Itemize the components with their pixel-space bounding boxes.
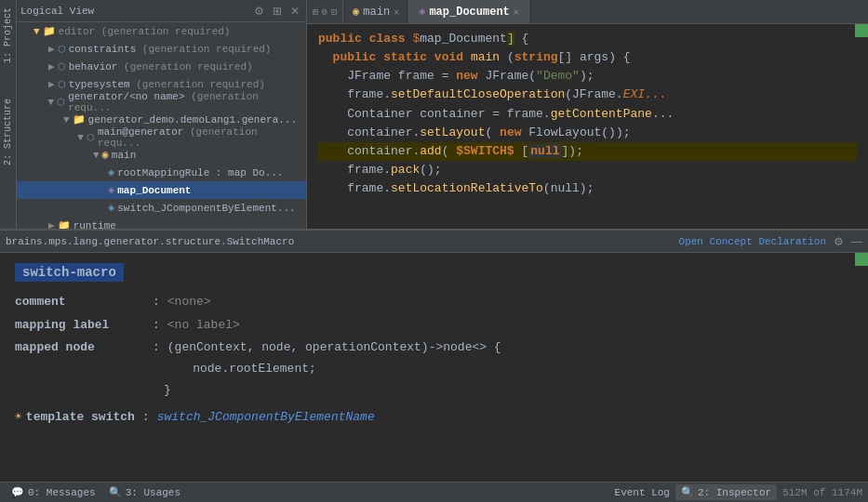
usages-tab[interactable]: 🔍 3: Usages	[103, 484, 186, 500]
main-icon: ◉	[102, 148, 109, 162]
tree-item[interactable]: ▶ ⬡ constraints (generation required)	[17, 40, 306, 58]
typesystem-icon: ⬡	[58, 79, 66, 90]
tab-main-label: main	[363, 6, 390, 19]
tree-label: main	[112, 150, 136, 161]
tree-label: main@generator (generation requ...	[98, 126, 304, 149]
tab-main-icon: ◉	[353, 5, 359, 19]
green-indicator	[855, 24, 868, 37]
tree-item[interactable]: ▼ ◉ main	[17, 146, 306, 164]
code-editor[interactable]: public class $map_Document] { public sta…	[307, 24, 868, 229]
tree-label: generator_demo.demoLang1.genera...	[88, 114, 297, 126]
template-key: template switch	[26, 408, 135, 428]
tree-item-selected[interactable]: ◈ map_Document	[17, 181, 306, 199]
tree-item[interactable]: ▼ ⬡ generator/<no name> (generation requ…	[17, 93, 306, 111]
tab-map-close[interactable]: ✕	[514, 7, 519, 18]
code-text: public static void main (string[] args) …	[318, 48, 631, 67]
code-inner-text1: node.rootElement;	[164, 362, 316, 376]
arrow-icon: ▶	[48, 219, 55, 229]
tree-label: behavior (generation required)	[69, 61, 253, 73]
tab-map-icon: ◈	[419, 5, 425, 19]
event-log-btn[interactable]: Event Log	[615, 487, 670, 498]
tree-label-selected: map_Document	[117, 185, 191, 196]
tree-item[interactable]: ▼ ⬡ main@generator (generation requ...	[17, 128, 306, 146]
settings-icon[interactable]: ⚙	[251, 4, 267, 19]
project-vtab[interactable]: 1: Project	[2, 4, 14, 67]
tree-item[interactable]: ▶ 📁 runtime	[17, 217, 306, 229]
template-value[interactable]: switch_JComponentByElementName	[157, 408, 375, 428]
code-text: public class $map_Document] {	[318, 30, 528, 48]
inspector-tab[interactable]: 🔍 2: Inspector	[675, 484, 777, 500]
tab-bar: ⊞ ⚙ ⊡ ◉ main ✕ ◈ map_Document ✕	[307, 0, 868, 24]
structure-vtab[interactable]: 2: Structure	[2, 95, 14, 169]
comment-key: comment	[15, 293, 145, 312]
tab-main[interactable]: ◉ main ✕	[343, 0, 409, 23]
memory-indicator: 512M of 1174M	[782, 487, 862, 498]
inspector-breadcrumb: brains.mps.lang.generator.structure.Swit…	[6, 236, 294, 247]
runtime-folder-icon: 📁	[58, 219, 71, 229]
prop-mapping-label: mapping label : <no label>	[15, 316, 853, 336]
inspector-close-icon[interactable]: —	[851, 235, 862, 248]
inspector-panel: brains.mps.lang.generator.structure.Swit…	[0, 229, 868, 482]
tree-item[interactable]: ▼ 📁 editor (generation required)	[17, 22, 306, 40]
tree-item[interactable]: ◈ rootMappingRule : map Do...	[17, 164, 306, 181]
rule-icon: ◈	[108, 165, 114, 179]
left-panel-tabs: 1: Project 2: Structure	[0, 0, 17, 229]
code-line: public class $map_Document] {	[318, 30, 857, 48]
logical-view-label: Logical View	[20, 6, 94, 17]
tree-label: rootMappingRule : map Do...	[117, 167, 283, 178]
prop-comment: comment : <none>	[15, 293, 853, 312]
sidebar-toolbar-buttons: ⚙ ⊞ ✕	[251, 4, 302, 19]
code-inner-line2: }	[15, 381, 853, 401]
layout-tab-icon: ⊡	[331, 7, 337, 18]
tree-container: ▼ 📁 editor (generation required) ▶ ⬡ con…	[17, 22, 306, 229]
template-icon: ☀	[15, 408, 22, 428]
mapping-label-value: <no label>	[167, 316, 240, 336]
mapping-colon: :	[153, 316, 160, 336]
mapped-node-value: (genContext, node, operationContext)->no…	[167, 338, 501, 358]
code-inner-text2: }	[164, 383, 171, 397]
tree-label: generator/<no name> (generation requ...	[68, 91, 304, 113]
inspector-header-right: Open Concept Declaration ⚙ —	[679, 235, 862, 248]
comment-value: <none>	[167, 293, 211, 312]
split-icon: ⊞	[313, 7, 318, 18]
usages-icon: 🔍	[109, 486, 122, 498]
tree-label: runtime	[73, 220, 116, 230]
sidebar-panel: Logical View ⚙ ⊞ ✕ ▼ 📁 editor (generatio…	[17, 0, 307, 229]
folder-icon-3: 📁	[73, 113, 86, 126]
status-left: 💬 0: Messages 🔍 3: Usages	[6, 484, 186, 500]
tab-controls: ⊞ ⚙ ⊡	[307, 0, 343, 23]
inspector-settings-icon[interactable]: ⚙	[834, 235, 844, 248]
code-text: JFrame frame = new JFrame("Demo");	[318, 67, 594, 86]
template-row: ☀ template switch : switch_JComponentByE…	[15, 408, 853, 428]
editor-area: ⊞ ⚙ ⊡ ◉ main ✕ ◈ map_Document ✕	[307, 0, 868, 229]
sidebar-toolbar: Logical View ⚙ ⊞ ✕	[17, 0, 306, 22]
code-inner-line1: node.rootElement;	[15, 360, 853, 379]
switch-macro-label: switch-macro	[15, 263, 124, 282]
code-text: frame.setDefaultCloseOperation(JFrame.EX…	[318, 86, 667, 104]
code-line: public static void main (string[] args) …	[318, 48, 857, 67]
layout-icon[interactable]: ⊞	[270, 4, 285, 19]
code-text: frame.setLocationRelativeTo(null);	[318, 179, 594, 198]
inspector-green-indicator	[855, 253, 868, 266]
folder-icon-2: 📁	[43, 25, 56, 37]
close-sidebar-icon[interactable]: ✕	[287, 4, 302, 19]
tree-label: editor (generation required)	[59, 26, 231, 37]
tab-map-document[interactable]: ◈ map_Document ✕	[409, 0, 529, 23]
messages-tab[interactable]: 💬 0: Messages	[6, 484, 101, 500]
tree-item[interactable]: ▶ ⬡ behavior (generation required)	[17, 58, 306, 75]
status-bar: 💬 0: Messages 🔍 3: Usages Event Log 🔍 2:…	[0, 482, 868, 502]
map-doc-icon: ◈	[108, 183, 114, 197]
tree-item[interactable]: ◈ switch_JComponentByElement...	[17, 199, 306, 217]
constraints-icon: ⬡	[58, 44, 66, 55]
code-line-highlight: container.add( $SWITCH$ [null]);	[318, 142, 857, 161]
arrow-icon: ▼	[48, 97, 55, 108]
code-text: container.setLayout( new FlowLayout());	[318, 124, 631, 142]
generator-node-icon: ⬡	[87, 132, 95, 143]
inspector-tab-icon: 🔍	[681, 486, 694, 498]
arrow-icon: ▼	[63, 114, 70, 126]
mapping-label-key: mapping label	[15, 316, 145, 336]
code-line: frame.pack();	[318, 161, 857, 179]
code-line: container.setLayout( new FlowLayout());	[318, 124, 857, 142]
open-concept-link[interactable]: Open Concept Declaration	[679, 236, 826, 247]
tab-main-close[interactable]: ✕	[394, 7, 399, 18]
